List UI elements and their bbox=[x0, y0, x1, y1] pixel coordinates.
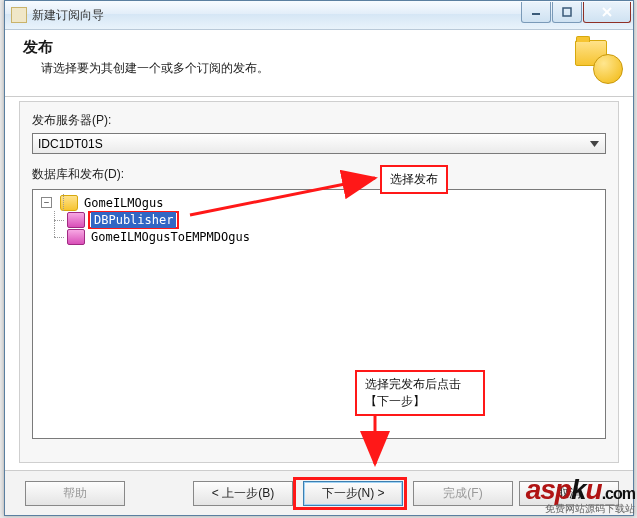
publication-name: GomeILMOgusToEMPMDOgus bbox=[88, 229, 253, 245]
wizard-header: 发布 请选择要为其创建一个或多个订阅的发布。 bbox=[5, 30, 633, 97]
database-name: GomeILMOgus bbox=[81, 195, 166, 211]
page-subtitle: 请选择要为其创建一个或多个订阅的发布。 bbox=[41, 60, 619, 77]
databases-publications-label: 数据库和发布(D): bbox=[32, 166, 606, 183]
chevron-down-icon bbox=[586, 136, 603, 151]
header-graphic-icon bbox=[573, 36, 623, 84]
publisher-server-dropdown[interactable]: IDC1DT01S bbox=[32, 133, 606, 154]
publication-icon bbox=[67, 229, 85, 245]
svg-marker-4 bbox=[590, 141, 599, 147]
finish-button: 完成(F) bbox=[413, 481, 513, 506]
annotation-callout-select-publication: 选择发布 bbox=[380, 165, 448, 194]
titlebar[interactable]: 新建订阅向导 bbox=[5, 1, 633, 30]
tree-node-publication-selected[interactable]: DBPublisher bbox=[35, 211, 603, 228]
maximize-button[interactable] bbox=[552, 2, 582, 23]
content-panel: 发布服务器(P): IDC1DT01S 数据库和发布(D): − GomeILM… bbox=[19, 101, 619, 463]
svg-rect-1 bbox=[563, 8, 571, 16]
back-button[interactable]: < 上一步(B) bbox=[193, 481, 293, 506]
next-button[interactable]: 下一步(N) > bbox=[303, 481, 403, 506]
tree-node-publication[interactable]: GomeILMOgusToEMPMDOgus bbox=[35, 228, 603, 245]
cancel-button[interactable]: 取消 bbox=[519, 481, 619, 506]
annotation-highlight-next: 下一步(N) > bbox=[293, 477, 407, 510]
publication-name-selected: DBPublisher bbox=[91, 212, 176, 228]
window-title: 新建订阅向导 bbox=[32, 7, 520, 24]
help-button[interactable]: 帮助 bbox=[25, 481, 125, 506]
publisher-server-label: 发布服务器(P): bbox=[32, 112, 606, 129]
app-icon bbox=[11, 7, 27, 23]
annotation-highlight-selected: DBPublisher bbox=[88, 211, 179, 229]
wizard-footer: 帮助 < 上一步(B) 下一步(N) > 完成(F) 取消 bbox=[5, 470, 633, 515]
page-title: 发布 bbox=[23, 38, 619, 57]
close-button[interactable] bbox=[583, 2, 631, 23]
window-controls bbox=[520, 2, 631, 22]
expander-minus-icon[interactable]: − bbox=[41, 197, 52, 208]
publication-icon bbox=[67, 212, 85, 228]
publisher-server-value: IDC1DT01S bbox=[38, 137, 103, 151]
wizard-window: 新建订阅向导 发布 请选择要为其创建一个或多个订阅的发布。 发布服务器(P): … bbox=[4, 0, 634, 516]
minimize-button[interactable] bbox=[521, 2, 551, 23]
publications-tree[interactable]: − GomeILMOgus DBPublisher GomeILMOgusToE… bbox=[32, 189, 606, 439]
annotation-callout-click-next: 选择完发布后点击【下一步】 bbox=[355, 370, 485, 416]
tree-node-database[interactable]: − GomeILMOgus bbox=[35, 194, 603, 211]
